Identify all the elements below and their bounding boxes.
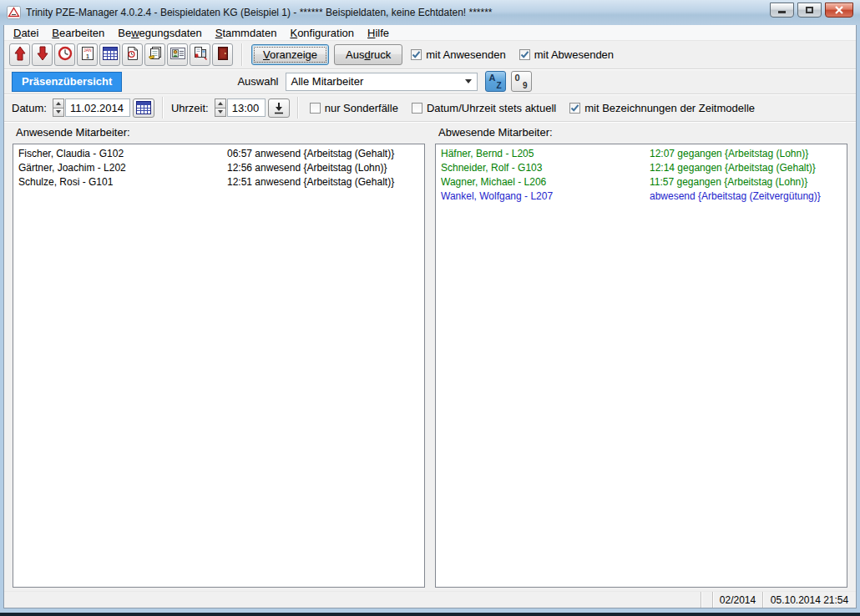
checkbox-label: Datum/Uhrzeit stets aktuell	[427, 102, 556, 114]
with-present-checkbox[interactable]: mit Anwesenden	[411, 48, 505, 61]
list-item[interactable]: Fischer, Claudia - G10206:57 anwesend {A…	[13, 147, 424, 161]
list-item[interactable]: Gärtner, Joachim - L20212:56 anwesend {A…	[13, 161, 424, 175]
menu-datei[interactable]: Datei	[7, 25, 45, 41]
calendar-picker-button[interactable]	[133, 98, 154, 118]
toolbar-separator	[241, 43, 243, 66]
month-calendar-button[interactable]	[99, 43, 120, 66]
menu-hilfe[interactable]: Hilfe	[361, 25, 396, 41]
day-calendar-icon: JAN1	[81, 46, 94, 63]
checkbox-unchecked-icon	[412, 103, 422, 114]
svg-text:1: 1	[85, 53, 89, 60]
close-button[interactable]	[825, 3, 853, 18]
day-calendar-button[interactable]: JAN1	[77, 43, 98, 66]
time-report-button[interactable]	[122, 43, 143, 66]
statusbar: 02/2014 05.10.2014 21:54	[4, 591, 856, 608]
list-item[interactable]: Häfner, Bernd - L20512:07 gegangen {Arbe…	[436, 147, 847, 161]
checkbox-checked-icon	[519, 49, 530, 60]
employee-status: abwesend {Arbeitstag (Zeitvergütung)}	[650, 189, 847, 204]
print-preview-button[interactable]	[144, 43, 165, 66]
employee-status: 11:57 gegangen {Arbeitstag (Lohn)}	[650, 175, 847, 189]
employee-name: Wankel, Wolfgang - L207	[441, 189, 650, 204]
view-bar: Präsenzübersicht Auswahl Alle Mitarbeite…	[4, 69, 856, 94]
main-content: Anwesende Mitarbeiter: Fischer, Claudia …	[4, 122, 856, 591]
employee-filter-value: Alle Mitarbeiter	[291, 75, 465, 88]
close-icon	[834, 6, 844, 14]
terminal-booking-button[interactable]	[190, 43, 210, 66]
leave-arrow-down-button[interactable]	[32, 43, 53, 66]
spin-down-icon[interactable]	[53, 108, 64, 118]
with-time-model-names-checkbox[interactable]: mit Bezeichnungen der Zeitmodelle	[569, 102, 755, 114]
list-item[interactable]: Schulze, Rosi - G10112:51 anwesend {Arbe…	[13, 175, 424, 189]
date-label: Datum:	[12, 102, 47, 114]
absent-panel-title: Abwesende Mitarbeiter:	[435, 126, 847, 144]
checkbox-label: nur Sonderfälle	[325, 102, 398, 114]
titlebar[interactable]: Trinity PZE-Manager 4.0.2.4 - Beispielda…	[0, 0, 860, 25]
sort-button-group: AZ09	[485, 71, 532, 92]
terminal-booking-icon	[193, 46, 208, 63]
window-controls	[770, 3, 853, 18]
absent-employee-list[interactable]: Häfner, Bernd - L20512:07 gegangen {Arbe…	[435, 144, 847, 588]
arrive-arrow-up-button[interactable]	[9, 43, 30, 66]
sort-alphabetical-button[interactable]: AZ	[485, 71, 506, 92]
calendar-icon	[136, 101, 151, 114]
tab-praesenzuebersicht[interactable]: Präsenzübersicht	[12, 72, 122, 92]
menubar: DateiBearbeitenBewegungsdatenStammdatenK…	[4, 25, 856, 41]
month-calendar-icon	[103, 47, 118, 63]
status-period: 02/2014	[712, 592, 762, 608]
ausdruck-button[interactable]: Ausdruck	[334, 44, 402, 65]
voranzeige-button[interactable]: Voranzeige	[251, 44, 329, 65]
datetime-always-current-checkbox[interactable]: Datum/Uhrzeit stets aktuell	[412, 102, 556, 114]
toolbar-checkboxes: mit Anwesendenmit Abwesenden	[411, 48, 614, 61]
sort-numeric-button[interactable]: 09	[511, 71, 532, 92]
menu-konfiguration[interactable]: Konfiguration	[283, 25, 361, 41]
separator	[297, 97, 299, 119]
employee-name: Schulze, Rosi - G101	[18, 175, 227, 189]
employee-card-icon	[170, 47, 185, 63]
time-spinner[interactable]	[215, 98, 226, 117]
leave-arrow-down-icon	[36, 46, 49, 63]
minimize-button[interactable]	[770, 3, 794, 18]
toolbar: JAN1 Voranzeige Ausdruck mit Anwesendenm…	[4, 41, 856, 69]
status-datetime: 05.10.2014 21:54	[762, 592, 856, 608]
status-spacer-panel	[701, 592, 712, 608]
employee-status: 12:07 gegangen {Arbeitstag (Lohn)}	[650, 147, 847, 161]
sort-char-top: A	[489, 73, 496, 83]
sort-char-bottom: 9	[523, 81, 528, 90]
time-dropdown-button[interactable]	[268, 98, 290, 118]
separator	[162, 97, 164, 119]
employee-card-button[interactable]	[167, 43, 188, 66]
list-item[interactable]: Wagner, Michael - L20611:57 gegangen {Ar…	[436, 175, 847, 189]
exit-door-button[interactable]	[212, 43, 233, 66]
checkbox-checked-icon	[411, 49, 422, 60]
list-item[interactable]: Schneider, Rolf - G10312:14 gegangen {Ar…	[436, 161, 847, 175]
absent-panel: Abwesende Mitarbeiter: Häfner, Bernd - L…	[435, 126, 847, 588]
with-absent-checkbox[interactable]: mit Abwesenden	[519, 48, 614, 61]
checkbox-label: mit Bezeichnungen der Zeitmodelle	[584, 102, 755, 114]
menu-bearbeiten[interactable]: Bearbeiten	[45, 25, 111, 41]
print-preview-icon	[148, 46, 163, 63]
list-item[interactable]: Wankel, Wolfgang - L207abwesend {Arbeits…	[436, 189, 847, 204]
date-spinner[interactable]	[53, 98, 64, 117]
status-message-panel	[4, 592, 701, 608]
employee-filter-select[interactable]: Alle Mitarbeiter	[286, 73, 478, 91]
present-panel-title: Anwesende Mitarbeiter:	[13, 126, 425, 144]
menu-stammdaten[interactable]: Stammdaten	[209, 25, 284, 41]
date-input[interactable]: 11.02.2014	[65, 98, 130, 117]
present-employee-list[interactable]: Fischer, Claudia - G10206:57 anwesend {A…	[13, 144, 425, 588]
restore-button[interactable]	[797, 3, 822, 18]
window-title: Trinity PZE-Manager 4.0.2.4 - Beispielda…	[26, 7, 765, 18]
clock-icon	[58, 46, 73, 63]
chevron-down-icon	[465, 79, 472, 83]
clock-button[interactable]	[54, 43, 75, 66]
time-input[interactable]: 13:00	[227, 98, 266, 117]
checkbox-unchecked-icon	[310, 103, 321, 114]
only-special-cases-checkbox[interactable]: nur Sonderfälle	[310, 102, 398, 114]
app-logo-icon	[7, 6, 21, 19]
time-label: Uhrzeit:	[171, 102, 209, 114]
employee-name: Wagner, Michael - L206	[441, 175, 650, 189]
spin-down-icon[interactable]	[215, 108, 226, 118]
employee-name: Gärtner, Joachim - L202	[18, 161, 227, 175]
restore-icon	[806, 7, 813, 13]
menu-bewegungsdaten[interactable]: Bewegungsdaten	[111, 25, 208, 41]
time-report-icon	[126, 46, 139, 63]
